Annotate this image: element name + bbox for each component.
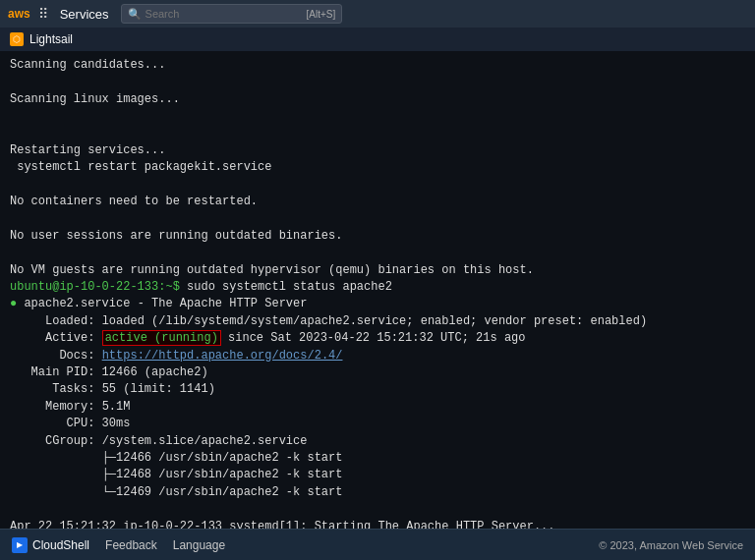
terminal[interactable]: Scanning candidates... Scanning linux im… — [0, 51, 755, 529]
bottom-left: ▶ CloudShell Feedback Language — [12, 537, 225, 553]
language-link[interactable]: Language — [173, 538, 225, 552]
bottom-bar: ▶ CloudShell Feedback Language © 2023, A… — [0, 529, 755, 560]
aws-logo-text: aws — [8, 7, 30, 21]
lightsail-label: Lightsail — [29, 32, 73, 46]
cloudshell-icon: ▶ — [12, 537, 28, 553]
search-input[interactable] — [145, 8, 303, 20]
services-button[interactable]: Services — [56, 7, 113, 22]
grid-icon: ⠿ — [38, 6, 48, 23]
navbar: aws ⠿ Services 🔍 [Alt+S] — [0, 0, 755, 28]
search-bar[interactable]: 🔍 [Alt+S] — [121, 4, 343, 24]
search-icon: 🔍 — [128, 8, 142, 21]
copyright: © 2023, Amazon Web Service — [599, 539, 743, 551]
terminal-output: Scanning candidates... Scanning linux im… — [10, 57, 745, 529]
aws-logo: aws — [8, 7, 30, 21]
cloudshell-label: CloudShell — [32, 538, 89, 552]
cloudshell-logo: ▶ CloudShell — [12, 537, 89, 553]
feedback-link[interactable]: Feedback — [105, 538, 157, 552]
lightsail-icon: ⬡ — [10, 32, 24, 46]
search-shortcut: [Alt+S] — [307, 9, 336, 20]
lightsail-bar: ⬡ Lightsail — [0, 28, 755, 51]
